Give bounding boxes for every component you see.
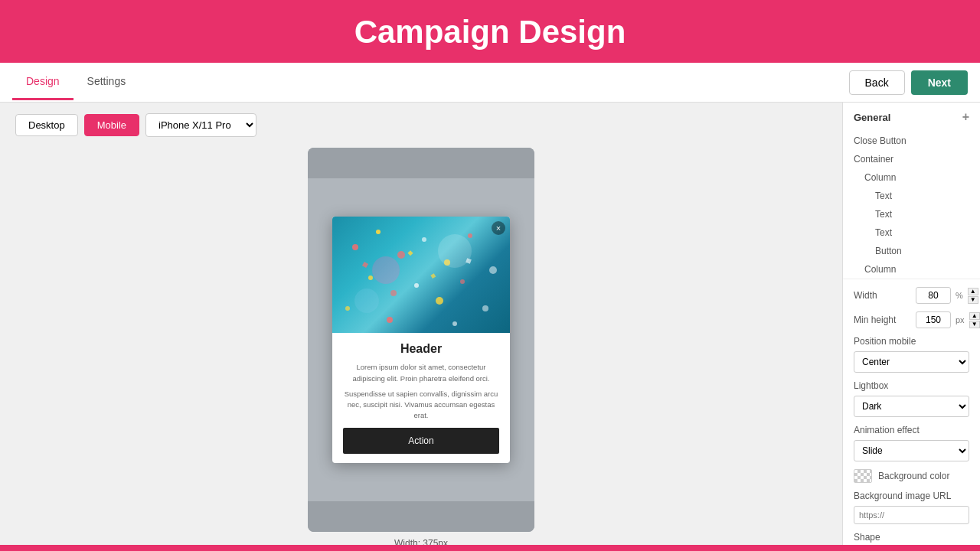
min-height-decrement[interactable]: ▼ (969, 321, 980, 328)
width-prop-label: Width (854, 290, 911, 301)
popup-modal: × Header Lorem ipsum dolor sit amet, con… (332, 217, 510, 462)
tree-item-column-1[interactable]: Column (843, 168, 980, 187)
shape-label: Shape (854, 532, 969, 543)
svg-rect-17 (407, 251, 413, 256)
back-button[interactable]: Back (849, 70, 905, 95)
general-header: General + (843, 103, 980, 132)
bg-image-url-input[interactable] (854, 506, 969, 524)
bg-image-section: Background image URL (854, 491, 969, 532)
app-header: Campaign Design (0, 0, 980, 63)
tree-item-column-2[interactable]: Column (843, 260, 980, 279)
bg-image-label: Background image URL (854, 491, 969, 501)
width-decrement[interactable]: ▼ (968, 296, 978, 304)
tree-item-text-1[interactable]: Text (843, 187, 980, 205)
tab-group: Design Settings (12, 64, 139, 100)
bg-color-label: Background color (878, 471, 949, 481)
lightbox-select[interactable]: Dark Light None (854, 396, 969, 417)
svg-point-14 (387, 317, 393, 323)
svg-point-5 (468, 233, 472, 238)
tree-item-close-button[interactable]: Close Button (843, 132, 980, 150)
svg-rect-19 (430, 274, 436, 279)
shape-section: Shape (854, 532, 969, 545)
next-button[interactable]: Next (911, 70, 968, 95)
svg-point-21 (438, 234, 472, 268)
phone-body: × Header Lorem ipsum dolor sit amet, con… (308, 178, 534, 501)
tree-item-container[interactable]: Container (843, 150, 980, 168)
desktop-view-button[interactable]: Desktop (15, 114, 78, 136)
svg-point-2 (397, 251, 405, 259)
width-spinner: ▲ ▼ (968, 288, 978, 304)
phone-bottom-bar (308, 501, 534, 532)
min-height-increment[interactable]: ▲ (969, 312, 980, 320)
svg-point-9 (414, 283, 419, 288)
popup-header-text: Header (343, 342, 499, 356)
svg-point-13 (345, 306, 350, 311)
width-input[interactable] (916, 287, 951, 304)
content-row: Desktop Mobile iPhone X/11 Pro iPhone 12… (0, 103, 980, 545)
view-controls: Desktop Mobile iPhone X/11 Pro iPhone 12… (15, 113, 827, 137)
tree-section: General + Close Button Container Column … (843, 103, 980, 279)
popup-body-text-2: Suspendisse ut sapien convallis, digniss… (343, 389, 499, 422)
svg-point-1 (376, 230, 381, 234)
general-label: General (854, 112, 890, 123)
bg-color-picker[interactable] (854, 469, 872, 483)
min-height-row: Min height px ▲ ▼ (854, 311, 969, 328)
svg-point-7 (368, 276, 373, 280)
min-height-unit: px (956, 315, 965, 324)
bg-color-row: Background color (854, 469, 969, 483)
width-increment[interactable]: ▲ (968, 288, 978, 295)
min-height-spinner: ▲ ▼ (969, 312, 980, 328)
width-row: Width % ▲ ▼ (854, 287, 969, 304)
svg-rect-16 (362, 262, 368, 268)
min-height-input[interactable] (916, 311, 951, 328)
svg-point-12 (482, 305, 488, 311)
main-area: Design Settings Back Next Desktop Mobile… (0, 63, 980, 545)
preview-area: × Header Lorem ipsum dolor sit amet, con… (15, 148, 827, 545)
svg-point-0 (352, 244, 358, 250)
position-mobile-section: Position mobile Center Top Bottom (854, 336, 969, 380)
popup-content: Header Lorem ipsum dolor sit amet, conse… (332, 333, 510, 462)
animation-select[interactable]: Slide Fade None (854, 440, 969, 461)
min-height-prop-label: Min height (854, 315, 911, 325)
tree-item-button[interactable]: Button (843, 242, 980, 260)
position-mobile-select[interactable]: Center Top Bottom (854, 351, 969, 373)
right-panel: General + Close Button Container Column … (842, 103, 980, 545)
phone-mockup: × Header Lorem ipsum dolor sit amet, con… (308, 148, 534, 532)
svg-point-8 (390, 290, 397, 296)
confetti-svg (332, 217, 510, 333)
svg-point-11 (460, 279, 465, 284)
popup-body-text-1: Lorem ipsum dolor sit amet, consectetur … (343, 362, 499, 384)
width-unit: % (956, 291, 963, 300)
device-select[interactable]: iPhone X/11 Pro iPhone 12 Samsung Galaxy (145, 113, 256, 137)
tree-item-text-3[interactable]: Text (843, 223, 980, 242)
left-panel: Desktop Mobile iPhone X/11 Pro iPhone 12… (0, 103, 842, 545)
lightbox-section: Lightbox Dark Light None (854, 380, 969, 425)
tab-settings[interactable]: Settings (74, 64, 140, 100)
svg-point-20 (372, 256, 400, 284)
lightbox-label: Lightbox (854, 380, 969, 391)
top-bar: Design Settings Back Next (0, 63, 980, 103)
properties-panel: Width % ▲ ▼ Min height px ▲ ▼ (843, 279, 980, 545)
width-label: Width: 375px (394, 538, 448, 545)
animation-section: Animation effect Slide Fade None (854, 425, 969, 469)
phone-top-bar (308, 148, 534, 178)
page-title: Campaign Design (0, 14, 980, 51)
tab-design[interactable]: Design (12, 64, 74, 100)
tree-item-text-2[interactable]: Text (843, 205, 980, 223)
svg-point-22 (354, 289, 379, 313)
popup-image: × (332, 217, 510, 333)
animation-label: Animation effect (854, 425, 969, 435)
add-icon[interactable]: + (962, 110, 969, 124)
svg-point-10 (436, 297, 443, 305)
svg-point-3 (422, 237, 426, 242)
mobile-view-button[interactable]: Mobile (84, 114, 139, 136)
svg-point-15 (452, 321, 457, 326)
popup-action-button[interactable]: Action (343, 428, 499, 454)
svg-point-6 (489, 266, 497, 274)
position-mobile-label: Position mobile (854, 336, 969, 347)
